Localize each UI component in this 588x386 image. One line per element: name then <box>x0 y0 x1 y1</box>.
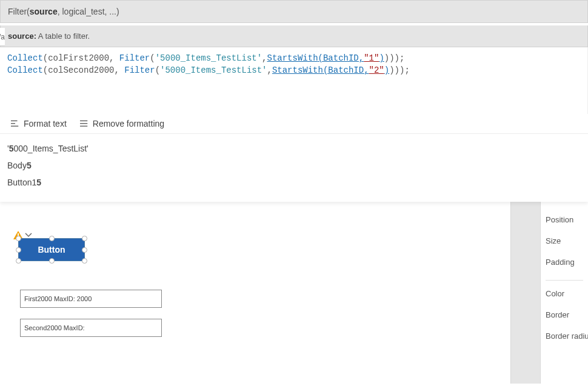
svg-rect-0 <box>11 121 18 121</box>
svg-rect-2 <box>11 126 18 127</box>
formula-editor[interactable]: Collect(colFirst2000, Filter('5000_Items… <box>0 47 588 114</box>
resize-handle-ml[interactable] <box>16 247 21 253</box>
text-input-first2000[interactable]: First2000 MaxID: 2000 <box>20 290 162 308</box>
svg-rect-3 <box>80 121 87 121</box>
text-input-value: First2000 MaxID: 2000 <box>24 295 92 302</box>
text-input-second2000[interactable]: Second2000 MaxID: <box>20 319 162 337</box>
resize-handle-tc[interactable] <box>49 236 55 241</box>
prop-size[interactable]: Size <box>546 230 583 251</box>
prop-color[interactable]: Color <box>546 283 583 304</box>
sig-bold: source <box>30 7 58 16</box>
prop-position[interactable]: Position <box>546 209 583 230</box>
autocomplete-item[interactable]: Button15 <box>7 174 581 191</box>
function-signature-bar: Filter(source, logical_test, ...) <box>0 0 588 23</box>
svg-rect-4 <box>80 123 87 124</box>
resize-handle-tl[interactable] <box>16 236 21 241</box>
format-text-icon <box>11 119 19 128</box>
sig-post: , logical_test, ...) <box>58 7 119 16</box>
format-toolbar: Format text Remove formatting <box>0 114 588 134</box>
selected-button-control[interactable]: Button <box>18 238 85 261</box>
sig-pre: Filter( <box>8 7 30 16</box>
tooltip-text: A table to filter. <box>36 32 90 41</box>
format-text-button[interactable]: Format text <box>11 119 67 128</box>
properties-divider <box>546 280 583 281</box>
button-label: Button <box>38 245 65 255</box>
remove-formatting-icon <box>80 119 89 128</box>
prop-border[interactable]: Border <box>546 304 583 325</box>
autocomplete-panel: '5000_Items_TestList' Body5 Button15 <box>0 134 588 202</box>
remove-formatting-button[interactable]: Remove formatting <box>80 119 164 128</box>
panel-resize-gutter[interactable] <box>510 202 541 384</box>
resize-handle-bc[interactable] <box>49 258 55 264</box>
chevron-down-icon <box>24 232 33 238</box>
left-panel-sliver: /a <box>0 28 5 46</box>
parameter-tooltip: source: A table to filter. <box>0 25 588 47</box>
prop-padding[interactable]: Padding <box>546 251 583 273</box>
main-area: Button First2000 MaxID: 2000 Second2000 … <box>0 202 588 384</box>
resize-handle-bl[interactable] <box>16 258 21 264</box>
svg-rect-5 <box>80 126 87 127</box>
resize-handle-tr[interactable] <box>82 236 87 241</box>
design-canvas[interactable]: Button First2000 MaxID: 2000 Second2000 … <box>0 202 510 384</box>
autocomplete-item[interactable]: Body5 <box>7 157 581 174</box>
resize-handle-mr[interactable] <box>82 247 87 253</box>
text-input-value: Second2000 MaxID: <box>24 324 85 331</box>
tooltip-label: source: <box>8 32 36 41</box>
svg-rect-1 <box>11 123 15 124</box>
code-line[interactable]: Collect(colSecond2000, Filter('5000_Item… <box>7 64 580 76</box>
prop-border-radius[interactable]: Border radiu <box>546 325 583 347</box>
autocomplete-item[interactable]: '5000_Items_TestList' <box>7 140 581 157</box>
resize-handle-br[interactable] <box>82 258 87 264</box>
properties-panel: Position Size Padding Color Border Borde… <box>541 202 588 384</box>
code-line[interactable]: Collect(colFirst2000, Filter('5000_Items… <box>7 52 580 64</box>
